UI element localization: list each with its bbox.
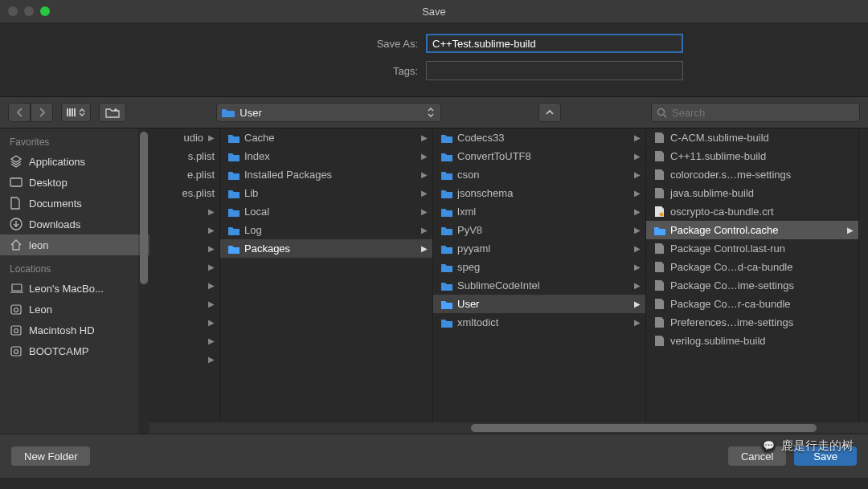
chevron-up-icon [546, 109, 554, 116]
row-preferences-ime-settings[interactable]: Preferences…ime-settings [646, 313, 858, 332]
svg-rect-3 [12, 284, 22, 291]
row-index[interactable]: Index▶ [220, 147, 432, 165]
column-1: Cache▶Index▶Installed Packages▶Lib▶Local… [220, 128, 433, 434]
row-package-co-r-ca-bundle[interactable]: Package Co…r-ca-bundle [646, 295, 858, 313]
sidebar-item-macintosh-hd[interactable]: Macintosh HD [0, 320, 149, 340]
sidebar-item-leon[interactable]: Leon [0, 299, 149, 320]
sidebar-item-applications[interactable]: Applications [0, 151, 149, 172]
row-sublimecodeintel[interactable]: SublimeCodeIntel▶ [433, 276, 645, 295]
chevron-right-icon: ▶ [208, 263, 215, 271]
app-icon [10, 155, 23, 168]
row-s-plist[interactable]: s.plist [149, 147, 219, 165]
row-packages[interactable]: Packages▶ [220, 239, 432, 258]
row-java-sublime-build[interactable]: java.sublime-build [646, 184, 858, 202]
chevron-right-icon: ▶ [634, 244, 641, 253]
new-folder-button[interactable]: New Folder [11, 446, 90, 466]
sidebar-scrollbar[interactable] [138, 128, 149, 434]
collapse-button[interactable] [538, 103, 561, 122]
row-converttoutf8[interactable]: ConvertToUTF8▶ [433, 147, 645, 165]
sidebar-item-label: Leon's MacBo... [29, 283, 104, 295]
save-form: Save As: Tags: [0, 22, 868, 96]
row-label: speg [457, 261, 629, 273]
file-icon [654, 132, 665, 144]
view-mode-select[interactable] [61, 103, 91, 122]
close-dot[interactable] [8, 6, 18, 16]
folder-icon [228, 170, 240, 180]
row-oscrypto-ca-bundle-crt[interactable]: oscrypto-ca-bundle.crt [646, 202, 858, 221]
file-icon [654, 316, 665, 328]
row-label: jsonschema [457, 187, 629, 199]
row-lib[interactable]: Lib▶ [220, 184, 432, 202]
new-folder-icon-button[interactable] [99, 103, 126, 122]
sidebar-item-documents[interactable]: Documents [0, 193, 149, 214]
svg-point-0 [657, 108, 664, 115]
row-local[interactable]: Local▶ [220, 202, 432, 221]
row-udio[interactable]: udio▶ [149, 128, 219, 147]
zoom-dot[interactable] [40, 6, 50, 16]
row-cson[interactable]: cson▶ [433, 165, 645, 184]
sidebar-item-downloads[interactable]: Downloads [0, 214, 149, 234]
horizontal-scrollbar[interactable] [149, 422, 868, 434]
traffic-lights [8, 6, 50, 16]
back-button[interactable] [8, 103, 31, 122]
row-label: Cache [244, 132, 416, 144]
row-verilog-sublime-build[interactable]: verilog.sublime-build [646, 332, 858, 350]
folder-icon [441, 189, 452, 198]
row-label: User [457, 298, 629, 310]
saveas-input[interactable] [426, 34, 683, 53]
row-user[interactable]: User▶ [433, 295, 645, 313]
row-es-plist[interactable]: es.plist [149, 184, 219, 202]
chevron-right-icon: ▶ [208, 226, 215, 234]
chevron-right-icon [39, 108, 46, 117]
file-icon [654, 261, 665, 273]
chevron-left-icon [16, 108, 23, 117]
tags-input[interactable] [426, 61, 683, 80]
row-package-control-last-run[interactable]: Package Control.last-run [646, 239, 858, 258]
row-c-acm-sublime-build[interactable]: C-ACM.sublime-build [646, 128, 858, 147]
columns-icon [67, 108, 76, 116]
row-label: es.plist [158, 187, 215, 199]
row-log[interactable]: Log▶ [220, 221, 432, 239]
row-colorcoder-s-me-settings[interactable]: colorcoder.s…me-settings [646, 165, 858, 184]
chevron-right-icon: ▶ [208, 318, 215, 327]
row-e-plist[interactable]: e.plist [149, 165, 219, 184]
row-label: Local [244, 206, 416, 218]
sidebar-item-desktop[interactable]: Desktop [0, 172, 149, 193]
row-label: Package Control.last-run [670, 242, 854, 255]
forward-button[interactable] [31, 103, 53, 122]
file-icon [654, 187, 665, 199]
folder-icon [441, 281, 452, 291]
row-blank: ▶ [149, 350, 219, 369]
row-lxml[interactable]: lxml▶ [433, 202, 645, 221]
row-c-11-sublime-build[interactable]: C++11.sublime-build [646, 147, 858, 165]
search-input[interactable] [672, 107, 854, 119]
row-speg[interactable]: speg▶ [433, 258, 645, 276]
row-package-co-ime-settings[interactable]: Package Co…ime-settings [646, 276, 858, 295]
folder-icon [222, 108, 235, 117]
row-jsonschema[interactable]: jsonschema▶ [433, 184, 645, 202]
chevron-right-icon: ▶ [208, 281, 215, 290]
laptop-icon [10, 283, 23, 293]
row-package-control-cache[interactable]: Package Control.cache▶ [646, 221, 858, 239]
column-0: udio▶s.pliste.plistes.plist▶▶▶▶▶▶▶▶▶|| [149, 128, 220, 434]
row-package-co-d-ca-bundle[interactable]: Package Co…d-ca-bundle [646, 258, 858, 276]
row-label: Installed Packages [244, 169, 416, 181]
row-pyyaml[interactable]: pyyaml▶ [433, 239, 645, 258]
window-title: Save [422, 6, 446, 18]
minimize-dot[interactable] [24, 6, 34, 16]
saveas-label: Save As: [185, 38, 426, 50]
location-popup[interactable]: User [216, 103, 441, 122]
folder-icon [441, 133, 452, 143]
row-label: SublimeCodeIntel [457, 279, 629, 291]
row-pyv8[interactable]: PyV8▶ [433, 221, 645, 239]
folder-icon [441, 207, 452, 217]
search-field[interactable] [651, 103, 860, 122]
row-installed-packages[interactable]: Installed Packages▶ [220, 165, 432, 184]
file-icon [654, 298, 665, 310]
row-cache[interactable]: Cache▶ [220, 128, 432, 147]
row-codecs33[interactable]: Codecs33▶ [433, 128, 645, 147]
sidebar-item-leon[interactable]: leon [0, 234, 149, 255]
sidebar-item-leon-s-macbo-[interactable]: Leon's MacBo... [0, 278, 149, 299]
sidebar-item-bootcamp[interactable]: BOOTCAMP [0, 340, 149, 361]
row-xmltodict[interactable]: xmltodict▶ [433, 313, 645, 332]
